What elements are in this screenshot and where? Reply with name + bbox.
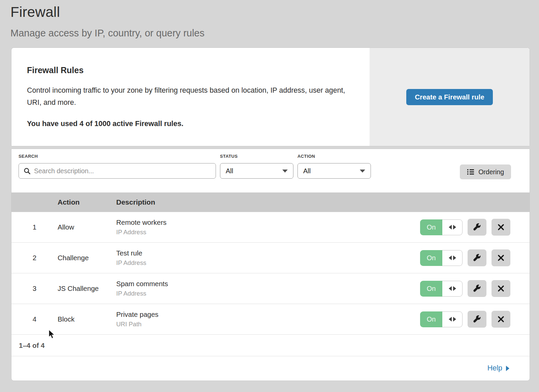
status-label: STATUS xyxy=(220,154,293,159)
close-icon xyxy=(497,254,505,262)
wrench-icon xyxy=(473,223,481,232)
delete-rule-button[interactable] xyxy=(492,311,510,328)
rule-action: Challenge xyxy=(58,254,116,262)
action-select-value: All xyxy=(303,167,311,175)
create-firewall-rule-button[interactable]: Create a Firewall rule xyxy=(406,89,493,105)
close-icon xyxy=(497,285,505,292)
column-header-description: Description xyxy=(116,198,530,206)
table-row: 1 Allow Remote workers IP Address On xyxy=(11,212,530,243)
page-title: Firewall xyxy=(10,4,539,20)
rule-action: JS Challenge xyxy=(58,284,116,293)
delete-rule-button[interactable] xyxy=(492,249,510,266)
toggle-on-label[interactable]: On xyxy=(420,281,442,297)
table-row: 4 Block Private pages URI Path On xyxy=(11,304,530,335)
rule-action: Block xyxy=(58,315,116,323)
page-subtitle: Manage access by IP, country, or query r… xyxy=(10,28,539,39)
toggle-on-label[interactable]: On xyxy=(420,219,442,235)
rule-controls: On xyxy=(420,280,530,297)
search-input-wrap xyxy=(19,163,216,179)
help-arrow-icon xyxy=(506,366,509,371)
toggle-arrows-icon[interactable] xyxy=(442,250,463,266)
filters-bar: SEARCH STATUS All ACTION xyxy=(11,149,530,192)
chevron-down-icon xyxy=(360,170,365,173)
rule-description: Test rule xyxy=(116,249,420,257)
rule-priority: 4 xyxy=(11,315,58,323)
pagination-bar: 1–4 of 4 xyxy=(11,335,530,356)
rule-match-type: IP Address xyxy=(116,290,420,297)
wrench-icon xyxy=(473,315,481,324)
table-header: Action Description xyxy=(11,192,530,212)
rule-match-type: IP Address xyxy=(116,259,420,267)
card-heading: Firewall Rules xyxy=(27,65,349,75)
toggle-on-label[interactable]: On xyxy=(420,311,442,327)
action-select[interactable]: All xyxy=(297,163,371,179)
rule-enabled-toggle[interactable]: On xyxy=(420,311,463,327)
table-row: 3 JS Challenge Spam comments IP Address … xyxy=(11,273,530,304)
toggle-on-label[interactable]: On xyxy=(420,250,442,266)
status-select[interactable]: All xyxy=(220,163,293,179)
help-bar: Help xyxy=(11,356,530,380)
rules-panel: SEARCH STATUS All ACTION xyxy=(11,149,530,381)
edit-rule-button[interactable] xyxy=(468,311,486,328)
search-icon xyxy=(24,168,31,175)
toggle-arrows-icon[interactable] xyxy=(442,281,463,297)
usage-summary: You have used 4 of 1000 active Firewall … xyxy=(27,120,349,128)
table-row: 2 Challenge Test rule IP Address On xyxy=(11,243,530,273)
rule-description: Spam comments xyxy=(116,280,420,288)
delete-rule-button[interactable] xyxy=(492,280,510,297)
rule-enabled-toggle[interactable]: On xyxy=(420,281,463,297)
firewall-page: Firewall Manage access by IP, country, o… xyxy=(0,0,539,392)
rule-controls: On xyxy=(420,219,530,236)
pagination-count: 1–4 of 4 xyxy=(19,341,44,350)
rule-enabled-toggle[interactable]: On xyxy=(420,250,463,266)
rule-enabled-toggle[interactable]: On xyxy=(420,219,463,235)
toggle-arrows-icon[interactable] xyxy=(442,311,463,327)
page-header: Firewall Manage access by IP, country, o… xyxy=(0,0,539,39)
firewall-rules-card-body: Firewall Rules Control incoming traffic … xyxy=(11,48,369,146)
close-icon xyxy=(497,223,505,231)
edit-rule-button[interactable] xyxy=(468,219,486,236)
wrench-icon xyxy=(473,253,481,262)
rule-priority: 2 xyxy=(11,254,58,262)
edit-rule-button[interactable] xyxy=(468,280,486,297)
rule-priority: 3 xyxy=(11,284,58,293)
card-description: Control incoming traffic to your zone by… xyxy=(27,84,348,109)
toggle-arrows-icon[interactable] xyxy=(442,219,463,235)
action-filter-group: ACTION All xyxy=(297,154,371,179)
ordering-icon xyxy=(467,169,474,175)
action-label: ACTION xyxy=(297,154,371,159)
rule-match-type: IP Address xyxy=(116,229,420,236)
column-header-action: Action xyxy=(58,198,116,206)
rule-match-type: URI Path xyxy=(116,321,420,328)
firewall-rules-card: Firewall Rules Control incoming traffic … xyxy=(11,48,530,146)
search-label: SEARCH xyxy=(19,154,216,159)
help-link[interactable]: Help xyxy=(487,364,509,372)
search-filter-group: SEARCH xyxy=(19,154,216,179)
create-rule-panel: Create a Firewall rule xyxy=(370,48,530,146)
status-select-value: All xyxy=(226,167,233,175)
status-filter-group: STATUS All xyxy=(220,154,293,179)
ordering-button[interactable]: Ordering xyxy=(460,164,511,179)
help-link-label: Help xyxy=(487,364,502,372)
rule-action: Allow xyxy=(58,223,116,231)
search-input[interactable] xyxy=(34,167,211,175)
rule-description: Remote workers xyxy=(116,218,420,227)
chevron-down-icon xyxy=(282,170,288,173)
ordering-button-label: Ordering xyxy=(478,168,504,176)
rule-description: Private pages xyxy=(116,310,420,319)
rule-priority: 1 xyxy=(11,223,58,231)
edit-rule-button[interactable] xyxy=(468,249,486,266)
rule-controls: On xyxy=(420,311,530,328)
close-icon xyxy=(497,315,505,323)
wrench-icon xyxy=(473,284,481,293)
rule-controls: On xyxy=(420,249,530,266)
delete-rule-button[interactable] xyxy=(492,219,510,236)
